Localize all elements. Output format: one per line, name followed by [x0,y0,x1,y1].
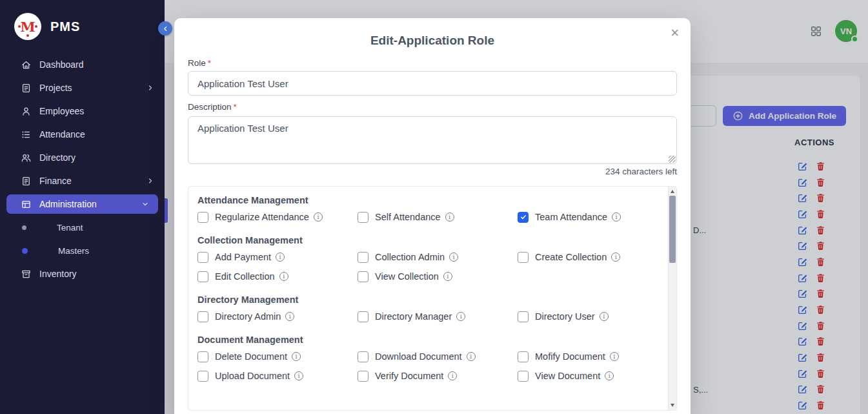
permission-download-document[interactable]: Download Documenti [358,347,518,366]
resize-handle-icon[interactable] [669,156,676,163]
checkbox-unchecked[interactable] [197,311,208,322]
sidebar-item-label: Employees [39,106,84,116]
sidebar-subitem-tenant[interactable]: Tenant [0,216,165,239]
scroll-up-arrow-icon[interactable] [671,190,674,193]
permission-label: Directory Admin [215,311,281,322]
checkbox-unchecked[interactable] [518,252,529,263]
sidebar-subitem-masters[interactable]: Masters [0,239,165,262]
permission-label: View Document [535,371,600,381]
info-icon[interactable]: i [611,253,620,262]
permission-regularize-attendance[interactable]: Regularize Attendancei [197,207,358,227]
info-icon[interactable]: i [445,212,454,222]
permission-self-attendance[interactable]: Self Attendancei [358,207,518,227]
sidebar-item-finance[interactable]: Finance [0,169,165,192]
checkbox-checked[interactable] [518,212,529,223]
permission-group-title: Attendance Management [197,193,668,207]
sidebar-item-attendance[interactable]: Attendance [0,123,165,146]
permission-grid: Directory AdminiDirectory ManageriDirect… [197,307,668,326]
permission-team-attendance[interactable]: Team Attendancei [518,207,668,227]
sidebar-item-inventory[interactable]: Inventory [0,262,165,285]
permission-label: Directory User [535,311,595,322]
info-icon[interactable]: i [292,352,301,361]
info-icon[interactable]: i [314,212,323,222]
sidebar: M PMS DashboardProjectsEmployeesAttendan… [0,0,165,414]
permission-grid: Delete DocumentiDownload DocumentiMofify… [197,347,668,386]
sidebar-item-employees[interactable]: Employees [0,99,165,123]
permission-add-payment[interactable]: Add Paymenti [197,247,358,267]
checkbox-unchecked[interactable] [197,271,208,282]
permission-label: View Collection [375,271,439,282]
description-textarea[interactable]: Application Test User [188,116,677,164]
sidebar-item-projects[interactable]: Projects [0,76,165,99]
scrollbar[interactable] [668,187,676,410]
info-icon[interactable]: i [467,352,476,361]
app-logo: M PMS [0,0,165,53]
checkbox-unchecked[interactable] [197,252,208,263]
app-name: PMS [50,19,80,34]
permission-edit-collection[interactable]: Edit Collectioni [197,267,358,286]
permission-label: Directory Manager [375,311,452,322]
sidebar-subitem-label: Tenant [57,223,83,233]
permission-label: Download Document [375,351,462,362]
sidebar-item-administration[interactable]: Administration [6,194,158,214]
sidebar-item-label: Attendance [39,129,85,140]
permission-view-document[interactable]: View Documenti [518,366,668,386]
sidebar-item-label: Inventory [39,269,77,279]
collapse-sidebar-button[interactable] [158,21,172,36]
info-icon[interactable]: i [600,312,609,321]
characters-left-counter: 234 characters left [605,167,677,176]
permission-directory-user[interactable]: Directory Useri [518,307,668,326]
role-input[interactable] [188,71,677,96]
checkbox-unchecked[interactable] [197,371,208,382]
permission-mofify-document[interactable]: Mofify Documenti [518,347,668,366]
required-marker: * [208,58,211,68]
permission-directory-manager[interactable]: Directory Manageri [358,307,518,326]
checkbox-unchecked[interactable] [518,351,529,362]
info-icon[interactable]: i [443,272,452,281]
inventory-icon [21,269,32,280]
sidebar-item-dashboard[interactable]: Dashboard [0,53,165,76]
permission-create-collection[interactable]: Create Collectioni [518,247,668,267]
scroll-down-arrow-icon[interactable] [671,404,674,407]
finance-icon [21,176,32,187]
info-icon[interactable]: i [605,371,614,380]
checkbox-unchecked[interactable] [197,212,208,223]
active-menu-indicator [165,198,168,223]
permission-label: Delete Document [215,351,287,362]
permission-delete-document[interactable]: Delete Documenti [197,347,358,366]
checkbox-unchecked[interactable] [358,271,368,282]
checkbox-unchecked[interactable] [358,212,368,223]
permission-label: Verify Document [375,371,443,381]
permission-collection-admin[interactable]: Collection Admini [358,247,518,267]
checkbox-unchecked[interactable] [358,311,368,322]
info-icon[interactable]: i [612,212,621,222]
info-icon[interactable]: i [449,253,458,262]
info-icon[interactable]: i [276,253,285,262]
logo-letter: M [20,19,35,35]
info-icon[interactable]: i [610,352,619,361]
checkbox-unchecked[interactable] [358,252,368,263]
edit-application-role-modal: Edit-Application Role × Role* Descriptio… [174,18,691,414]
permission-directory-admin[interactable]: Directory Admini [197,307,358,326]
bullet-icon [22,225,26,230]
role-field-label: Role* [188,58,211,68]
permission-view-collection[interactable]: View Collectioni [358,267,518,286]
checkbox-unchecked[interactable] [518,371,529,382]
sidebar-item-directory[interactable]: Directory [0,146,165,169]
permission-upload-document[interactable]: Upload Documenti [197,366,358,386]
permission-group: Attendance ManagementRegularize Attendan… [197,187,668,227]
info-icon[interactable]: i [279,272,288,281]
close-icon[interactable]: × [668,23,681,43]
scroll-thumb[interactable] [669,196,676,263]
checkbox-unchecked[interactable] [358,351,368,362]
info-icon[interactable]: i [456,312,465,321]
info-icon[interactable]: i [285,312,294,321]
checkbox-unchecked[interactable] [197,351,208,362]
checkbox-unchecked[interactable] [518,311,529,322]
checkbox-unchecked[interactable] [358,371,368,382]
chevron-right-icon [146,177,154,185]
permission-verify-document[interactable]: Verify Documenti [358,366,518,386]
permission-label: Self Attendance [375,212,441,222]
info-icon[interactable]: i [294,371,303,380]
info-icon[interactable]: i [448,371,457,380]
